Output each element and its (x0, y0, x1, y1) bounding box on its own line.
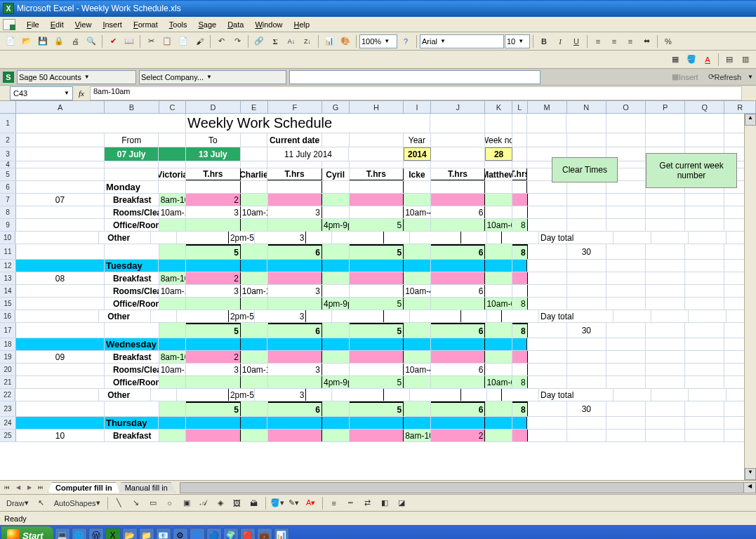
cell[interactable] (502, 232, 539, 244)
cell[interactable]: Rooms/Cleaning (105, 364, 159, 375)
cell[interactable]: 3 (268, 206, 322, 218)
drawing-icon[interactable]: 🎨 (338, 34, 353, 49)
cell[interactable] (350, 161, 404, 168)
cell[interactable]: 30 (567, 244, 606, 259)
cell[interactable] (528, 194, 567, 206)
cell[interactable] (606, 338, 646, 350)
cell[interactable] (404, 181, 431, 193)
start-button[interactable]: Start (1, 526, 53, 539)
col-header-L[interactable]: L (512, 101, 527, 113)
cell[interactable]: 3 (268, 364, 322, 375)
line-color-icon[interactable]: ✎▾ (286, 495, 302, 511)
italic-button[interactable]: I (552, 34, 568, 49)
cell[interactable] (186, 161, 240, 168)
row-header[interactable]: 4 (0, 161, 16, 168)
cell[interactable] (431, 161, 485, 168)
cell[interactable] (151, 310, 177, 322)
cell[interactable] (487, 389, 502, 401)
task-icon-8[interactable]: ⚙ (173, 528, 188, 539)
misc1-icon[interactable]: ▤ (722, 52, 737, 67)
cell[interactable]: 2pm-5pm (229, 310, 255, 322)
cell[interactable] (528, 219, 567, 231)
align-center-icon[interactable]: ≡ (606, 34, 622, 49)
cell[interactable]: 6 (431, 285, 485, 297)
cell[interactable] (267, 417, 321, 429)
cell[interactable] (431, 417, 485, 429)
cell[interactable] (685, 298, 724, 310)
tab-next-icon[interactable]: ▶ (24, 482, 35, 493)
cell[interactable] (241, 194, 268, 206)
cell[interactable] (567, 194, 606, 206)
cell[interactable] (566, 114, 606, 133)
cell[interactable] (322, 244, 350, 259)
textbox-icon[interactable]: ▣ (179, 495, 194, 511)
cell[interactable] (606, 376, 646, 388)
cell[interactable] (512, 338, 527, 350)
cell[interactable]: 10am-1pm (241, 206, 268, 218)
cell[interactable] (528, 323, 567, 338)
cell[interactable]: Breakfast (105, 194, 159, 206)
tab-manual-fill-in[interactable]: Manual fill in (117, 482, 175, 493)
cell[interactable] (241, 181, 268, 193)
cell[interactable]: Cyril (322, 168, 350, 180)
cell[interactable] (159, 161, 186, 168)
cell[interactable] (241, 260, 268, 272)
menu-view[interactable]: View (69, 19, 98, 30)
menu-edit[interactable]: Edit (45, 19, 69, 30)
cell[interactable] (431, 147, 485, 161)
cell[interactable] (567, 351, 606, 363)
cell[interactable] (651, 310, 689, 322)
bold-button[interactable]: B (536, 34, 552, 49)
cell[interactable]: Thursday (105, 417, 159, 429)
cell[interactable] (685, 194, 724, 206)
cell[interactable] (16, 244, 105, 259)
cell[interactable] (512, 285, 527, 297)
col-header-M[interactable]: M (528, 101, 567, 113)
row-header[interactable]: 22 (0, 389, 15, 401)
cell[interactable]: T.hrs (350, 168, 404, 180)
cell[interactable] (567, 206, 606, 218)
col-header-J[interactable]: J (431, 101, 485, 113)
underline-button[interactable]: U (569, 34, 584, 49)
column-headers[interactable]: ABCDEFGHIJKLMNOPQR (0, 101, 756, 114)
cell[interactable] (241, 147, 268, 161)
cell[interactable] (485, 244, 512, 259)
cell[interactable] (241, 161, 268, 168)
cell[interactable] (159, 401, 187, 416)
cell[interactable] (241, 323, 268, 338)
cell[interactable]: Wednesday (105, 338, 159, 350)
cell[interactable] (350, 417, 404, 429)
row-header[interactable]: 3 (0, 147, 16, 161)
cell[interactable] (567, 376, 606, 388)
cell[interactable] (322, 161, 350, 168)
cell[interactable]: 6 (431, 401, 485, 416)
cell[interactable] (268, 272, 322, 284)
cell[interactable] (528, 376, 567, 388)
cell[interactable]: 5 (350, 376, 404, 388)
vertical-scrollbar[interactable]: ▲ ▼ (744, 114, 756, 480)
cell[interactable] (485, 401, 512, 416)
cell[interactable] (332, 232, 383, 244)
cell[interactable] (485, 181, 512, 193)
line-icon[interactable]: ╲ (112, 495, 127, 511)
cell[interactable] (685, 338, 724, 350)
oval-icon[interactable]: ○ (162, 495, 178, 511)
shadow-icon[interactable]: ◧ (377, 495, 392, 511)
fx-label[interactable]: fx (79, 89, 84, 98)
cell[interactable] (241, 298, 268, 310)
cell[interactable] (322, 401, 350, 416)
cell[interactable]: Year (404, 133, 431, 147)
cell[interactable] (384, 389, 410, 401)
cell[interactable] (350, 206, 404, 218)
cell[interactable] (567, 430, 606, 441)
cell[interactable] (528, 244, 567, 259)
cell[interactable] (685, 206, 724, 218)
cell[interactable] (512, 206, 527, 218)
cell[interactable] (614, 389, 651, 401)
fill-color-icon[interactable]: 🪣 (684, 52, 699, 67)
cell[interactable] (431, 194, 485, 206)
cell[interactable]: 10am-1pm (159, 206, 187, 218)
row-header[interactable]: 6 (0, 181, 16, 193)
cell[interactable] (404, 351, 431, 363)
col-header-C[interactable]: C (159, 101, 187, 113)
